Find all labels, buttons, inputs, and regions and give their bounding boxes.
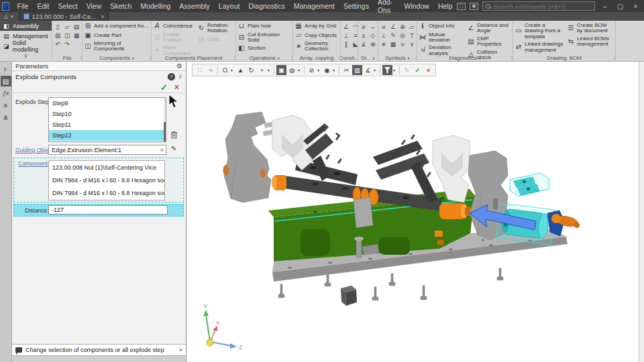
plain-hole-button[interactable]: ⊔Plain hole: [236, 22, 292, 31]
constr-icon-5[interactable]: ∥: [342, 40, 350, 48]
component-item-nut[interactable]: 123.00.008 Nut (1)\Self-Centering Vice: [49, 161, 164, 174]
cancel-x-icon[interactable]: ×: [174, 82, 179, 92]
distance-input[interactable]: [49, 206, 167, 213]
explode-steps-list[interactable]: Step9 Step10 Step11 Step12: [48, 97, 166, 142]
save-icon[interactable]: ▤: [72, 23, 80, 31]
symbols-icon-6[interactable]: ✎: [389, 32, 397, 40]
search-input[interactable]: [493, 3, 587, 10]
ribbon-tabs-collapse-icon[interactable]: ∨: [0, 51, 52, 60]
print-icon[interactable]: ▥: [54, 32, 62, 40]
menu-modelling[interactable]: Modelling: [136, 0, 175, 12]
model-small-block[interactable]: [341, 286, 357, 306]
di-icon-2[interactable]: ↔: [369, 23, 377, 31]
geometry-collection-button[interactable]: ∗Geometry Collection: [293, 40, 340, 53]
new-document-icon[interactable]: ▯: [54, 23, 62, 31]
preview-icon[interactable]: ◫: [63, 32, 71, 40]
apply-check-icon[interactable]: ✓: [160, 82, 168, 93]
screen-split-icon[interactable]: ▣: [470, 3, 478, 10]
section-view-icon[interactable]: ✂: [341, 65, 352, 75]
model-left-jaw[interactable]: [223, 112, 276, 202]
list-item-step9[interactable]: Step9: [49, 98, 166, 109]
hide-objects-icon[interactable]: ⊘: [307, 65, 317, 75]
toolbar-grip-icon[interactable]: ∷: [195, 65, 205, 75]
symbols-icon-2[interactable]: ∠: [389, 23, 397, 31]
zoom-dropdown-icon[interactable]: ▾: [231, 68, 235, 72]
guiding-object-label[interactable]: Guiding Object: [15, 147, 53, 154]
menu-help[interactable]: Help: [433, 0, 457, 12]
array-by-grid-button[interactable]: ▦Array by Grid: [293, 22, 340, 31]
rotate-view-icon[interactable]: ↻: [246, 65, 256, 75]
group-handle[interactable]: ⁞: [150, 56, 150, 60]
symbols-icon-7[interactable]: ◎: [398, 32, 407, 40]
axes-dropdown-icon[interactable]: ▾: [268, 68, 272, 72]
message-close-icon[interactable]: ×: [179, 347, 182, 353]
menu-window[interactable]: Window: [400, 0, 433, 12]
components-list[interactable]: 123.00.008 Nut (1)\Self-Centering Vice D…: [48, 160, 165, 200]
menu-select[interactable]: Select: [54, 0, 82, 12]
menu-settings[interactable]: Settings: [339, 0, 373, 12]
delete-step-icon[interactable]: [170, 131, 178, 139]
component-item-din-screw-2[interactable]: DIN 7984 - d M16 x l 60 - 8.8 Hexagon so…: [49, 186, 164, 199]
constr-icon-3[interactable]: ⊥: [342, 32, 350, 40]
add-component-button[interactable]: ⊞Add a component fro...: [83, 22, 151, 31]
ribbon-tab-solid-modelling[interactable]: ◪ Solid modelling: [0, 41, 52, 51]
home-dropdown-icon[interactable]: ▾: [11, 14, 19, 19]
mirroring-components-button[interactable]: ◫Mirroring of Components: [83, 40, 151, 53]
measure-angle-icon[interactable]: ∡: [363, 65, 373, 75]
menu-layout[interactable]: Layout: [214, 0, 244, 12]
unfix-button[interactable]: ⊟Unfix: [196, 36, 235, 44]
symbols-icon-9[interactable]: ∗: [380, 40, 388, 48]
group-handle[interactable]: ⁞: [339, 56, 339, 60]
list-scrollbar[interactable]: [164, 98, 166, 141]
group-dropdown-icon[interactable]: ▾: [479, 56, 481, 60]
rotation-rotation-button[interactable]: ↻Rotation-Rotation: [196, 22, 235, 35]
list-scrollbar-thumb[interactable]: [164, 122, 166, 141]
group-dropdown-icon[interactable]: ▾: [373, 56, 375, 60]
guiding-object-input[interactable]: [49, 147, 160, 154]
symbols-icon-12[interactable]: ∨: [408, 40, 416, 48]
view-cube-icon[interactable]: ▣: [276, 65, 286, 75]
structure-panel-icon[interactable]: ⋔: [1, 112, 11, 123]
ribbon-tab-assembly[interactable]: ◧ Assembly: [0, 21, 52, 31]
minimize-button[interactable]: –: [599, 1, 610, 11]
menu-assembly[interactable]: Assembly: [175, 0, 215, 12]
toolbar-cancel-icon[interactable]: ×: [423, 65, 433, 75]
list-item-step10[interactable]: Step10: [49, 109, 166, 119]
group-handle[interactable]: ⁞: [415, 56, 416, 60]
linked-drawings-button[interactable]: ⇄Linked drawings management: [513, 41, 566, 54]
tree-panel-icon[interactable]: ⊦: [1, 64, 11, 74]
orientation-icon[interactable]: ▲: [235, 65, 246, 75]
symbols-icon-11[interactable]: ≡: [398, 40, 407, 48]
clip-view-icon[interactable]: ▥: [352, 65, 362, 75]
gear-icon[interactable]: ⚙: [176, 62, 182, 70]
di-icon-5[interactable]: ∡: [360, 40, 368, 48]
di-icon-6[interactable]: ⊕: [369, 40, 377, 48]
group-dropdown-icon[interactable]: ▾: [408, 56, 410, 60]
linked-boms-button[interactable]: ⇆Linked BOMs management: [566, 36, 614, 48]
symbols-icon-1[interactable]: ⌀: [380, 23, 388, 31]
menu-management[interactable]: Management: [289, 0, 339, 12]
list-panel-icon[interactable]: ≡: [1, 100, 11, 111]
section-button[interactable]: ◧Section: [236, 44, 292, 53]
group-handle[interactable]: ⁞: [80, 56, 81, 60]
layout-windows-icon[interactable]: ▢: [457, 3, 466, 10]
menu-diagnostics[interactable]: Diagnostics: [244, 0, 289, 12]
list-item-step11[interactable]: Step11: [49, 119, 166, 130]
mutual-deviation-button[interactable]: ⋈Mutual deviation: [417, 32, 466, 44]
distance-field[interactable]: [48, 205, 168, 215]
display-dropdown-icon[interactable]: ▾: [333, 68, 337, 72]
filter-icon[interactable]: [382, 65, 392, 75]
component-item-din-screw-1[interactable]: DIN 7984 - d M16 x l 60 - 8.8 Hexagon so…: [49, 174, 164, 186]
save-as-icon[interactable]: ▦: [72, 32, 80, 40]
components-label[interactable]: Components: [18, 160, 50, 167]
variables-panel-icon[interactable]: ƒx: [1, 88, 11, 99]
shading-mode-icon[interactable]: ◍: [287, 65, 297, 75]
di-icon-1[interactable]: ⌀: [360, 23, 368, 31]
group-handle[interactable]: ⁞: [291, 56, 292, 60]
right-collapsed-strip[interactable]: [639, 62, 644, 362]
display-options-icon[interactable]: ◉: [322, 65, 332, 75]
options-tree-icon[interactable]: ⊦: [179, 73, 182, 80]
create-bom-button[interactable]: ☰Create BOM by document: [566, 22, 614, 35]
copy-objects-button[interactable]: ▱Copy Objects: [293, 32, 340, 40]
hide-dropdown-icon[interactable]: ▾: [317, 68, 321, 72]
